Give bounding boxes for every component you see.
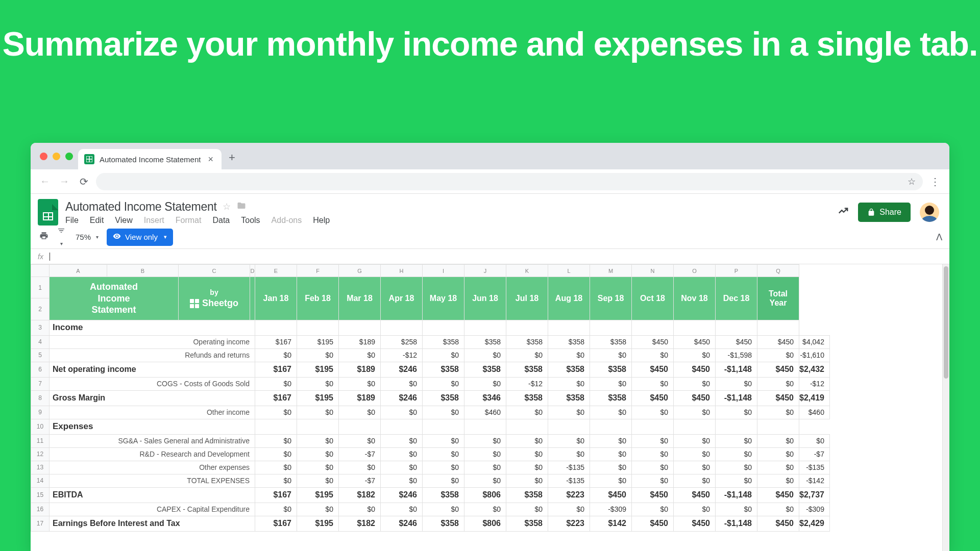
- value-cell[interactable]: $0: [590, 406, 632, 419]
- value-cell[interactable]: $167: [255, 362, 297, 377]
- row-number[interactable]: 5: [31, 348, 50, 362]
- value-cell[interactable]: $450: [674, 516, 716, 531]
- value-cell[interactable]: $0: [757, 447, 799, 461]
- column-header[interactable]: G: [339, 265, 381, 277]
- zoom-dropdown[interactable]: 75% ▾: [72, 233, 102, 241]
- value-cell[interactable]: $0: [464, 348, 506, 362]
- value-cell[interactable]: $0: [339, 461, 381, 474]
- value-cell[interactable]: $0: [339, 503, 381, 516]
- column-header[interactable]: F: [297, 265, 339, 277]
- row-number[interactable]: 17: [31, 516, 50, 531]
- value-cell[interactable]: $0: [506, 474, 548, 487]
- value-cell[interactable]: -$135: [548, 474, 590, 487]
- value-cell[interactable]: -$7: [339, 447, 381, 461]
- value-cell[interactable]: $450: [757, 335, 799, 348]
- value-cell[interactable]: $0: [716, 447, 757, 461]
- value-cell[interactable]: $195: [297, 362, 339, 377]
- value-cell[interactable]: $0: [464, 447, 506, 461]
- value-cell[interactable]: $0: [255, 434, 297, 447]
- empty-cell[interactable]: [339, 320, 381, 335]
- value-cell[interactable]: $167: [255, 390, 297, 406]
- value-cell[interactable]: $450: [757, 390, 799, 406]
- value-cell[interactable]: -$1,148: [716, 487, 757, 503]
- value-cell[interactable]: $0: [674, 474, 716, 487]
- value-cell[interactable]: $450: [674, 390, 716, 406]
- value-cell[interactable]: -$12: [799, 377, 830, 390]
- brand-cell[interactable]: bySheetgo: [179, 277, 250, 320]
- value-cell[interactable]: $0: [423, 447, 464, 461]
- value-cell[interactable]: -$135: [799, 461, 830, 474]
- row-number[interactable]: 7: [31, 377, 50, 390]
- row-number[interactable]: 6: [31, 362, 50, 377]
- value-cell[interactable]: $358: [464, 362, 506, 377]
- value-cell[interactable]: $450: [632, 516, 674, 531]
- value-cell[interactable]: $460: [464, 406, 506, 419]
- empty-cell[interactable]: [464, 419, 506, 434]
- row-label[interactable]: TOTAL EXPENSES: [50, 474, 255, 487]
- value-cell[interactable]: $0: [674, 447, 716, 461]
- month-header[interactable]: Jul 18: [506, 277, 548, 320]
- value-cell[interactable]: -$7: [799, 447, 830, 461]
- value-cell[interactable]: $0: [423, 503, 464, 516]
- move-document-icon[interactable]: [237, 201, 246, 213]
- value-cell[interactable]: $0: [297, 377, 339, 390]
- value-cell[interactable]: $0: [297, 461, 339, 474]
- value-cell[interactable]: $450: [674, 487, 716, 503]
- value-cell[interactable]: $450: [590, 487, 632, 503]
- value-cell[interactable]: $182: [339, 516, 381, 531]
- empty-cell[interactable]: [339, 419, 381, 434]
- menu-data[interactable]: Data: [212, 216, 230, 225]
- value-cell[interactable]: $0: [632, 406, 674, 419]
- value-cell[interactable]: $0: [339, 406, 381, 419]
- month-header[interactable]: Jun 18: [464, 277, 506, 320]
- value-cell[interactable]: $0: [757, 434, 799, 447]
- row-label[interactable]: Other expenses: [50, 461, 255, 474]
- value-cell[interactable]: $0: [548, 503, 590, 516]
- value-cell[interactable]: $0: [590, 461, 632, 474]
- empty-cell[interactable]: [506, 419, 548, 434]
- value-cell[interactable]: $0: [590, 474, 632, 487]
- value-cell[interactable]: $0: [506, 434, 548, 447]
- value-cell[interactable]: $0: [506, 461, 548, 474]
- month-header[interactable]: Jan 18: [255, 277, 297, 320]
- value-cell[interactable]: $358: [423, 362, 464, 377]
- menu-edit[interactable]: Edit: [90, 216, 104, 225]
- row-number[interactable]: 12: [31, 447, 50, 461]
- row-label[interactable]: R&D - Research and Development: [50, 447, 255, 461]
- empty-cell[interactable]: [716, 320, 757, 335]
- value-cell[interactable]: -$142: [799, 474, 830, 487]
- value-cell[interactable]: -$1,610: [799, 348, 830, 362]
- value-cell[interactable]: $0: [674, 348, 716, 362]
- column-header[interactable]: C: [179, 265, 250, 277]
- empty-cell[interactable]: [423, 320, 464, 335]
- value-cell[interactable]: $0: [381, 461, 423, 474]
- value-cell[interactable]: $0: [506, 503, 548, 516]
- empty-cell[interactable]: [757, 419, 799, 434]
- value-cell[interactable]: -$12: [506, 377, 548, 390]
- value-cell[interactable]: $2,737: [799, 487, 830, 503]
- value-cell[interactable]: $358: [423, 516, 464, 531]
- value-cell[interactable]: $0: [381, 434, 423, 447]
- value-cell[interactable]: $0: [297, 348, 339, 362]
- row-number[interactable]: 2: [31, 298, 50, 320]
- value-cell[interactable]: $0: [548, 348, 590, 362]
- row-number[interactable]: 9: [31, 406, 50, 419]
- value-cell[interactable]: $358: [506, 516, 548, 531]
- column-header[interactable]: J: [464, 265, 506, 277]
- row-number[interactable]: 14: [31, 474, 50, 487]
- value-cell[interactable]: $0: [632, 434, 674, 447]
- value-cell[interactable]: $0: [548, 434, 590, 447]
- value-cell[interactable]: $246: [381, 362, 423, 377]
- close-window-icon[interactable]: [40, 153, 47, 160]
- value-cell[interactable]: $182: [339, 487, 381, 503]
- empty-cell[interactable]: [423, 419, 464, 434]
- value-cell[interactable]: $0: [381, 503, 423, 516]
- value-cell[interactable]: $0: [548, 377, 590, 390]
- row-label[interactable]: Net operating income: [50, 362, 255, 377]
- value-cell[interactable]: $450: [757, 516, 799, 531]
- row-label[interactable]: Other income: [50, 406, 255, 419]
- value-cell[interactable]: $0: [297, 434, 339, 447]
- star-document-icon[interactable]: ☆: [223, 201, 231, 212]
- menu-file[interactable]: File: [65, 216, 79, 225]
- value-cell[interactable]: $0: [506, 348, 548, 362]
